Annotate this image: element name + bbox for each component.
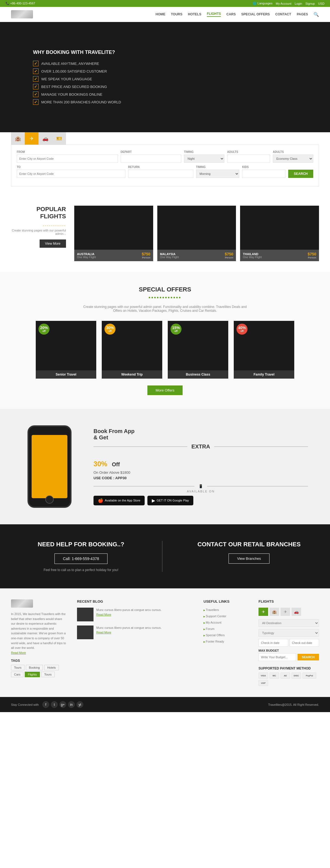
social-linkedin[interactable]: in (68, 701, 75, 708)
offer-badge-4: 40% off (237, 323, 247, 335)
blog-item-1: Munc cursus libero purus at congue arcu … (77, 608, 192, 621)
return-input[interactable]: 15 Dec. 2015 (128, 169, 193, 178)
blog-item-2: Munc cursus libero purus at congue arcu … (77, 625, 192, 639)
flight-card-img-3 (240, 206, 319, 250)
social-youtube[interactable]: yt (77, 701, 83, 708)
social-twitter[interactable]: t (51, 701, 58, 708)
nav-contact[interactable]: CONTACT (275, 12, 291, 16)
timing-select-2[interactable]: Morning (196, 169, 240, 178)
kids-label: KIDS (242, 165, 286, 168)
blog-read-more-1[interactable]: Read More (96, 613, 111, 616)
footer-checkin-input[interactable] (259, 639, 288, 647)
useful-links-list: Travellers Support Center My Account For… (204, 608, 247, 643)
tab-tours[interactable]: 🎫 (52, 132, 66, 145)
login-link[interactable]: Login (295, 2, 302, 5)
link-support[interactable]: Support Center (204, 615, 226, 618)
footer-top: In 2015, We launched Travellers with the… (11, 599, 319, 686)
social-google[interactable]: g+ (59, 701, 66, 708)
search-row-1: FROM DEPART 11 Dec. 2015 TIMING Night AD… (17, 150, 313, 163)
tab-flights[interactable]: ✈ (25, 132, 38, 145)
tag-hotels[interactable]: Hotels (44, 665, 59, 670)
adults-group: ADULTS 01 (227, 150, 270, 163)
help-title: NEED HELP FOR BOOKING..? (17, 541, 146, 548)
nav-tours[interactable]: TOURS (171, 12, 182, 16)
footer-typology-select[interactable]: Typology (259, 629, 319, 637)
social-facebook[interactable]: f (42, 701, 49, 708)
nav-hotels[interactable]: HOTELS (188, 12, 201, 16)
google-play-button[interactable]: ▶ GET IT ON Google Play (147, 496, 193, 505)
popular-title: POPULARFLIGHTS (11, 206, 66, 220)
tab-cars[interactable]: 🚗 (38, 132, 52, 145)
footer-read-more[interactable]: Read More (11, 651, 26, 654)
kids-input[interactable]: 01 (242, 169, 286, 178)
footer-checkout-input[interactable] (290, 639, 319, 647)
view-more-button[interactable]: View More (39, 240, 66, 248)
tag-booking[interactable]: Booking (26, 665, 43, 670)
search-button[interactable]: SEARCH (288, 169, 313, 178)
signup-link[interactable]: Signup (305, 2, 315, 5)
app-store-button[interactable]: 🍎 Available on the App Store (93, 496, 145, 505)
to-label: TO (17, 165, 125, 168)
link-account[interactable]: My Account (204, 621, 221, 624)
more-offers-button[interactable]: More Offers (147, 385, 183, 395)
languages-link[interactable]: 🌐 Languages (253, 2, 272, 5)
nav-links: HOME TOURS HOTELS FLIGHTS CARS SPECIAL O… (155, 12, 319, 17)
why-item-4: BEST PRICE AND SECURED BOOKING (33, 84, 297, 89)
to-input[interactable] (17, 169, 125, 178)
tag-flights[interactable]: Flights (25, 672, 39, 677)
flight-card-2: MALAYSIA One Way Flight $750 Person (157, 206, 236, 261)
nav-home[interactable]: HOME (155, 12, 165, 16)
footer-bottom: Stay Connected with f t g+ in yt Travell… (0, 697, 330, 712)
link-footer-ready[interactable]: Footer Ready (204, 640, 224, 643)
link-special-offers[interactable]: Special Offers (204, 633, 225, 637)
phone-frame (28, 425, 71, 508)
nav-flights[interactable]: FLIGHTS (207, 12, 221, 17)
class-select[interactable]: Economy Class (273, 155, 313, 163)
currency-link[interactable]: USD (318, 2, 325, 5)
search-icon[interactable]: 🔍 (313, 12, 319, 17)
footer-search-title: Flights (259, 599, 319, 603)
flight-card-3: THAILAND One Way Flight $750 Person (240, 206, 319, 261)
footer-col-links: USEFUL LINKS Travellers Support Center M… (204, 599, 247, 686)
link-item-4: Forum (204, 627, 247, 631)
footer-search-button[interactable]: SEARCH (298, 654, 319, 660)
link-forum[interactable]: Forum (204, 627, 214, 630)
contact-title: CONTACT OUR RETAIL BRANCHES (184, 541, 313, 548)
tag-tours-2[interactable]: Tours (41, 672, 55, 677)
adults-input[interactable]: 01 (227, 155, 270, 163)
footer-tab-flights[interactable]: ✈ (259, 608, 268, 616)
why-item-2: OVER 1,00,000 SATISFIED CUSTOMER (33, 68, 297, 74)
footer-tab-cars[interactable]: 🚗 (292, 608, 301, 616)
app-extra-label: EXTRA (191, 443, 210, 450)
app-section: Book From App& Get EXTRA 30% Off On Orde… (0, 409, 330, 524)
footer-col-blog: RECENT BLOG Munc cursus libero purus at … (77, 599, 192, 686)
nav-special-offers[interactable]: SPECIAL OFFERS (241, 12, 270, 16)
flight-card-info-2: MALAYSIA One Way Flight $750 Person (157, 250, 236, 261)
footer-budget-input[interactable] (259, 653, 296, 661)
app-code: USE CODE : APP30 (93, 476, 308, 480)
view-branches-button[interactable]: View Branches (229, 554, 269, 564)
from-input[interactable] (17, 155, 118, 163)
footer-tab-flights-2[interactable]: ✈ (280, 608, 290, 616)
footer-col-search: Flights ✈ 🏨 ✈ 🚗 All Destination Typology (259, 599, 319, 686)
footer-destination-select[interactable]: All Destination (259, 619, 319, 627)
from-group: FROM (17, 150, 118, 163)
footer-typology-group: Typology (259, 629, 319, 637)
nav-cars[interactable]: CARS (226, 12, 236, 16)
kids-group: KIDS 01 (242, 165, 286, 178)
blog-read-more-2[interactable]: Read More (96, 631, 111, 634)
depart-input[interactable]: 11 Dec. 2015 (121, 155, 181, 163)
tag-cars[interactable]: Cars (11, 672, 23, 677)
tag-tours[interactable]: Tours (11, 665, 25, 670)
call-button[interactable]: Call: 1-669-559-4378 (55, 554, 108, 564)
app-content: Book From App& Get EXTRA 30% Off On Orde… (93, 428, 308, 505)
timing-select[interactable]: Night (184, 155, 224, 163)
link-travellers[interactable]: Travellers (204, 608, 219, 612)
search-row-2: TO RETURN 15 Dec. 2015 TIMING Morning KI… (17, 165, 313, 178)
my-account-link[interactable]: My Account (276, 2, 292, 5)
tab-hotels[interactable]: 🏨 (11, 132, 25, 145)
why-list: AVAILABLE ANYTIME, ANYWHERE OVER 1,00,00… (33, 61, 297, 105)
nav-pages[interactable]: PAGES (297, 12, 308, 16)
return-group: RETURN 15 Dec. 2015 (128, 165, 193, 178)
footer-tab-hotels[interactable]: 🏨 (270, 608, 279, 616)
